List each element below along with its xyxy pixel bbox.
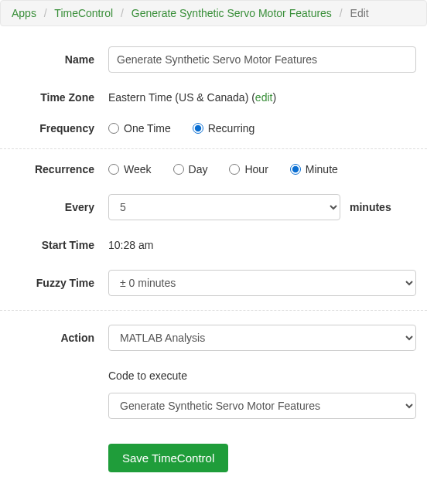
radio-recurring-label: Recurring — [208, 122, 255, 135]
breadcrumb-sep: / — [116, 7, 128, 19]
radio-recurring-input[interactable] — [193, 123, 203, 134]
row-fuzzy-time: Fuzzy Time ± 0 minutes — [0, 264, 427, 302]
start-time-value: 10:28 am — [108, 239, 153, 251]
radio-minute-input[interactable] — [290, 164, 301, 175]
code-select[interactable]: Generate Synthetic Servo Motor Features — [108, 393, 416, 419]
timezone-edit-link[interactable]: edit — [255, 91, 273, 104]
name-input[interactable] — [108, 46, 416, 73]
row-every: Every 5 minutes — [0, 188, 427, 226]
breadcrumb-sep: / — [335, 7, 347, 19]
label-start-time: Start Time — [11, 239, 108, 251]
frequency-radio-group: One Time Recurring — [108, 122, 254, 135]
label-timezone: Time Zone — [11, 91, 108, 104]
radio-one-time-input[interactable] — [108, 123, 119, 134]
breadcrumb-timecontrol[interactable]: TimeControl — [54, 7, 113, 19]
breadcrumb-current: Edit — [350, 7, 369, 19]
radio-hour[interactable]: Hour — [229, 163, 268, 175]
label-action: Action — [11, 332, 108, 344]
label-recurrence: Recurrence — [11, 163, 108, 175]
radio-day[interactable]: Day — [173, 163, 208, 175]
divider — [0, 148, 427, 149]
radio-day-input[interactable] — [173, 164, 184, 175]
label-fuzzy-time: Fuzzy Time — [11, 277, 108, 289]
radio-hour-input[interactable] — [229, 164, 240, 175]
radio-week-label: Week — [124, 163, 152, 175]
breadcrumb-sep: / — [39, 7, 52, 19]
radio-week[interactable]: Week — [108, 163, 152, 175]
every-select[interactable]: 5 — [108, 194, 340, 220]
breadcrumb-apps[interactable]: Apps — [12, 7, 36, 19]
row-frequency: Frequency One Time Recurring — [0, 116, 427, 141]
label-every: Every — [11, 201, 108, 213]
radio-minute[interactable]: Minute — [290, 163, 338, 175]
action-select[interactable]: MATLAB Analysis — [108, 325, 416, 351]
radio-day-label: Day — [189, 163, 208, 175]
breadcrumb-generate[interactable]: Generate Synthetic Servo Motor Features — [132, 7, 332, 19]
row-timezone: Time Zone Eastern Time (US & Canada) (ed… — [0, 85, 427, 110]
label-code-to-execute: Code to execute — [108, 369, 416, 382]
save-button[interactable]: Save TimeControl — [108, 444, 228, 472]
label-name: Name — [11, 53, 108, 66]
radio-minute-label: Minute — [306, 163, 338, 175]
row-start-time: Start Time 10:28 am — [0, 233, 427, 257]
row-action: Action MATLAB Analysis — [0, 318, 427, 357]
timezone-value: Eastern Time (US & Canada) (edit) — [108, 91, 276, 104]
row-name: Name — [0, 40, 427, 79]
radio-hour-label: Hour — [244, 163, 268, 175]
radio-one-time[interactable]: One Time — [108, 122, 171, 135]
label-frequency: Frequency — [11, 122, 108, 135]
radio-one-time-label: One Time — [124, 122, 171, 135]
fuzzy-time-select[interactable]: ± 0 minutes — [108, 270, 416, 296]
recurrence-radio-group: Week Day Hour Minute — [108, 163, 338, 175]
row-save: Save TimeControl — [0, 438, 427, 478]
breadcrumb: Apps / TimeControl / Generate Synthetic … — [0, 0, 427, 26]
radio-week-input[interactable] — [108, 164, 119, 175]
minutes-suffix: minutes — [350, 201, 391, 213]
row-code: Code to execute Generate Synthetic Servo… — [0, 363, 427, 425]
row-recurrence: Recurrence Week Day Hour Minute — [0, 157, 427, 182]
divider — [0, 310, 427, 311]
radio-recurring[interactable]: Recurring — [193, 122, 255, 135]
